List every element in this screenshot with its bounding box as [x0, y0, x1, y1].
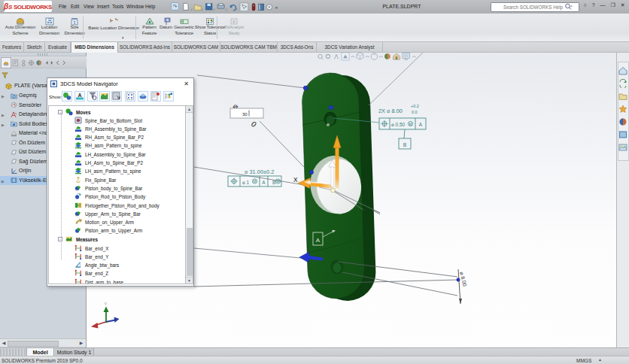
svg-text:A: A [316, 237, 321, 244]
svg-text:A: A [419, 122, 423, 127]
svg-text:12: 12 [47, 18, 51, 22]
svg-text:⌀ 0.50: ⌀ 0.50 [391, 122, 406, 127]
svg-text:A: A [78, 93, 82, 98]
svg-text:0.0: 0.0 [412, 110, 418, 114]
svg-text:2X ⌀ 8.00: 2X ⌀ 8.00 [378, 108, 403, 114]
svg-text:M: M [277, 180, 280, 184]
svg-text:X: X [293, 176, 298, 184]
svg-text:B: B [272, 180, 275, 185]
svg-text:30: 30 [242, 112, 248, 117]
svg-text:M: M [254, 180, 257, 184]
svg-text:M: M [409, 123, 412, 126]
svg-text:+0.2: +0.2 [411, 104, 419, 108]
svg-text:Y: Y [105, 302, 108, 306]
svg-text:A: A [262, 180, 266, 185]
svg-text:B: B [403, 142, 407, 147]
svg-text:⌀ 1: ⌀ 1 [242, 180, 250, 185]
svg-text:⌀ 31.00±0.2: ⌀ 31.00±0.2 [245, 168, 274, 175]
